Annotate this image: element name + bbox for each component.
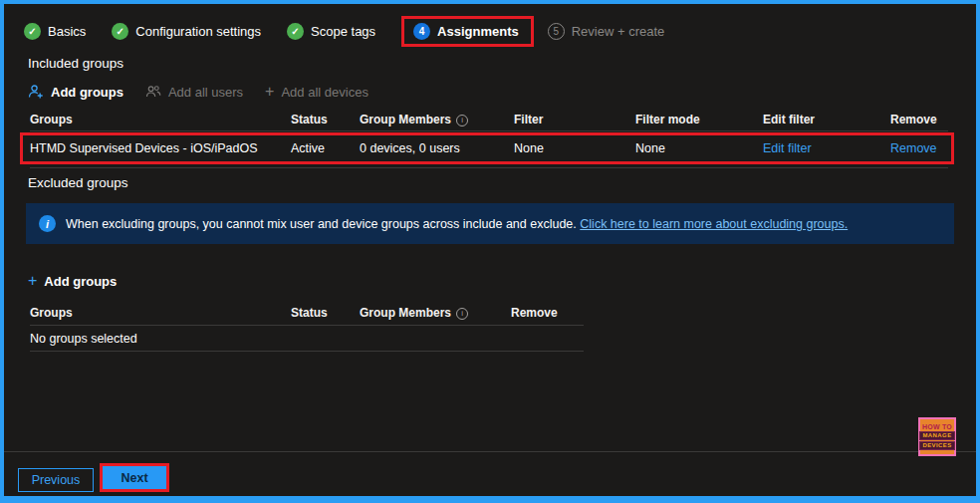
col-groups: Groups bbox=[30, 306, 291, 320]
row-filter: None bbox=[514, 141, 635, 155]
tab-configuration-settings-label: Configuration settings bbox=[135, 24, 261, 39]
tab-assignments[interactable]: 4 Assignments bbox=[401, 16, 534, 47]
add-all-users-label: Add all users bbox=[168, 85, 243, 100]
add-user-icon bbox=[28, 84, 44, 100]
col-status: Status bbox=[291, 306, 360, 320]
wizard-steps: ✓ Basics ✓ Configuration settings ✓ Scop… bbox=[24, 14, 690, 48]
excluded-groups-title: Excluded groups bbox=[28, 175, 128, 190]
row-status: Active bbox=[291, 141, 360, 155]
check-icon: ✓ bbox=[24, 23, 41, 40]
plus-icon: + bbox=[28, 273, 37, 289]
row-members: 0 devices, 0 users bbox=[360, 141, 514, 155]
check-icon: ✓ bbox=[287, 23, 304, 40]
included-table-header: Groups Status Group Membersi Filter Filt… bbox=[4, 110, 976, 129]
col-group-members: Group Membersi bbox=[360, 113, 514, 126]
remove-link[interactable]: Remove bbox=[890, 141, 951, 155]
tab-basics[interactable]: ✓ Basics bbox=[24, 23, 86, 40]
table-row[interactable]: HTMD Supervised Devices - iOS/iPadOS Act… bbox=[23, 135, 951, 161]
row-filter-mode: None bbox=[635, 141, 763, 155]
highlight-box-row: HTMD Supervised Devices - iOS/iPadOS Act… bbox=[20, 132, 954, 164]
info-icon[interactable]: i bbox=[456, 115, 468, 126]
tab-review-create-label: Review + create bbox=[572, 24, 665, 39]
previous-button[interactable]: Previous bbox=[18, 468, 94, 492]
logo-line2: MANAGE bbox=[919, 431, 954, 440]
logo-line3: DEVICES bbox=[919, 441, 954, 450]
footer-divider bbox=[4, 451, 976, 452]
tab-configuration-settings[interactable]: ✓ Configuration settings bbox=[112, 23, 261, 40]
col-groups: Groups bbox=[30, 113, 291, 126]
empty-state-text: No groups selected bbox=[30, 332, 137, 346]
tab-review-create[interactable]: 5 Review + create bbox=[548, 23, 665, 40]
col-remove: Remove bbox=[511, 306, 612, 320]
tab-scope-tags-label: Scope tags bbox=[311, 24, 375, 39]
add-groups-label: Add groups bbox=[51, 85, 123, 100]
tab-assignments-label: Assignments bbox=[437, 24, 519, 39]
included-actions: Add groups Add all users + Add all devic… bbox=[28, 82, 368, 102]
col-filter: Filter bbox=[514, 113, 635, 126]
col-edit-filter: Edit filter bbox=[763, 113, 890, 126]
plus-icon: + bbox=[265, 84, 274, 100]
col-group-members: Group Membersi bbox=[360, 306, 511, 320]
info-banner-text: When excluding groups, you cannot mix us… bbox=[66, 217, 848, 231]
divider bbox=[30, 351, 584, 352]
htmd-logo: HOW TO MANAGE DEVICES bbox=[918, 417, 956, 456]
highlight-box-next: Next bbox=[100, 463, 169, 492]
add-groups-excluded-button[interactable]: + Add groups bbox=[28, 273, 117, 289]
col-filter-mode: Filter mode bbox=[635, 113, 763, 126]
add-groups-excluded-label: Add groups bbox=[44, 274, 117, 289]
divider bbox=[30, 130, 948, 131]
edit-filter-link[interactable]: Edit filter bbox=[763, 141, 890, 155]
row-group-name: HTMD Supervised Devices - iOS/iPadOS bbox=[30, 141, 291, 155]
col-remove: Remove bbox=[890, 113, 976, 126]
divider bbox=[30, 167, 948, 168]
check-icon: ✓ bbox=[112, 23, 128, 40]
col-status: Status bbox=[291, 113, 360, 126]
add-all-devices-button[interactable]: + Add all devices bbox=[265, 84, 368, 100]
step-number-badge: 5 bbox=[548, 23, 565, 40]
add-all-users-button[interactable]: Add all users bbox=[145, 84, 243, 100]
info-icon: i bbox=[39, 215, 56, 232]
add-all-devices-label: Add all devices bbox=[281, 85, 368, 100]
excluding-groups-learn-more-link[interactable]: Click here to learn more about excluding… bbox=[580, 217, 848, 231]
divider bbox=[30, 325, 584, 326]
next-button[interactable]: Next bbox=[103, 466, 166, 489]
info-banner: i When excluding groups, you cannot mix … bbox=[26, 203, 954, 244]
logo-line1: HOW TO bbox=[922, 423, 952, 430]
excluded-actions: + Add groups bbox=[28, 271, 117, 291]
tab-basics-label: Basics bbox=[48, 24, 86, 39]
users-icon bbox=[145, 84, 161, 100]
excluded-table-header: Groups Status Group Membersi Remove bbox=[4, 303, 612, 323]
included-groups-title: Included groups bbox=[28, 56, 123, 71]
info-icon[interactable]: i bbox=[456, 308, 468, 320]
add-groups-button[interactable]: Add groups bbox=[28, 84, 123, 100]
tab-scope-tags[interactable]: ✓ Scope tags bbox=[287, 23, 375, 40]
wizard-page: ✓ Basics ✓ Configuration settings ✓ Scop… bbox=[0, 0, 980, 503]
step-number-badge: 4 bbox=[413, 23, 430, 40]
